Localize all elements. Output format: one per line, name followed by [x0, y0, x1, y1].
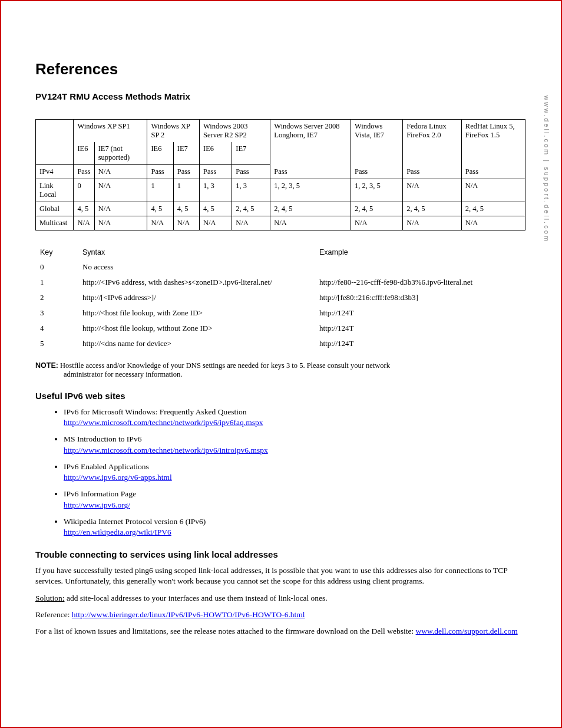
col-fedora: Fedora Linux FireFox 2.0: [403, 120, 462, 165]
link-title: IPv6 Information Page: [64, 489, 136, 498]
trouble-reference: Reference: http://www.bieringer.de/linux…: [35, 610, 525, 620]
trouble-para-3: For a list of known issues and limitatio…: [35, 626, 525, 637]
sidebar-url: www.dell.com | support.dell.com: [543, 95, 550, 243]
external-link[interactable]: http://www.ipv6.org/: [64, 500, 130, 509]
note-label: NOTE:: [35, 361, 58, 370]
matrix-cell: N/A: [74, 216, 94, 230]
matrix-cell: Pass: [461, 165, 525, 179]
trouble-para-1: If you have successfully tested ping6 us…: [35, 565, 525, 587]
matrix-cell: 4, 5: [173, 202, 199, 216]
matrix-cell: 2, 4, 5: [461, 202, 525, 216]
matrix-cell: Pass: [403, 165, 462, 179]
external-link[interactable]: http://www.ipv6.org/v6-apps.html: [64, 473, 172, 482]
matrix-cell: N/A: [200, 216, 232, 230]
matrix-cell: Pass: [270, 165, 351, 179]
matrix-cell: N/A: [232, 216, 270, 230]
matrix-cell: 1, 2, 3, 5: [270, 179, 351, 202]
matrix-cell: 0: [74, 179, 94, 202]
matrix-cell: Pass: [351, 165, 403, 179]
matrix-cell: N/A: [403, 179, 462, 202]
external-link[interactable]: http://en.wikipedia.org/wiki/IPV6: [64, 528, 171, 536]
dell-support-link[interactable]: www.dell.com/support.dell.com: [416, 627, 518, 635]
link-item: IPv6 Information Pagehttp://www.ipv6.org…: [64, 489, 525, 510]
col-winxpsp2: Windows XP SP 2: [147, 120, 200, 143]
matrix-cell: 4, 5: [147, 202, 173, 216]
row-label: Link Local: [36, 179, 74, 202]
matrix-cell: N/A: [461, 216, 525, 230]
key-num: 4: [37, 321, 78, 335]
key-syntax: http://<IPv6 address, with dashes>s<zone…: [79, 275, 315, 289]
matrix-cell: N/A: [461, 179, 525, 202]
matrix-cell: 2, 4, 5: [403, 202, 462, 216]
useful-links-list: IPv6 for Microsoft Windows: Frequently A…: [64, 407, 525, 538]
key-num: 2: [37, 291, 78, 305]
subcol: IE6: [200, 142, 232, 165]
matrix-cell: Pass: [147, 165, 173, 179]
p3-text: For a list of known issues and limitatio…: [35, 627, 416, 635]
note: NOTE: Hostfile access and/or Knowledge o…: [35, 361, 525, 379]
reference-label: Reference:: [35, 610, 72, 619]
col-vista: Windows Vista, IE7: [351, 120, 403, 165]
matrix-cell: 1, 3: [232, 179, 270, 202]
key-num: 5: [37, 337, 78, 351]
matrix-cell: 1: [173, 179, 199, 202]
matrix-cell: N/A: [173, 216, 199, 230]
solution-label: Solution:: [35, 594, 65, 602]
link-item: MS Introduction to IPv6http://www.micros…: [64, 434, 525, 455]
key-syntax: http://<host file lookup, without Zone I…: [79, 321, 315, 335]
link-title: Wikipedia Internet Protocol version 6 (I…: [64, 517, 206, 526]
matrix-cell: 1, 3: [200, 179, 232, 202]
matrix-cell: N/A: [147, 216, 173, 230]
reference-link[interactable]: http://www.bieringer.de/linux/IPv6/IPv6-…: [72, 610, 305, 619]
matrix-cell: 1: [147, 179, 173, 202]
solution-text: add site-local addresses to your interfa…: [65, 594, 328, 602]
syntax-header: Syntax: [79, 246, 315, 259]
note-text: Hostfile access and/or Knowledge of your…: [60, 361, 390, 370]
subcol: IE6: [147, 142, 173, 165]
key-num: 1: [37, 275, 78, 289]
matrix-cell: 2, 4, 5: [270, 202, 351, 216]
col-win2008: Windows Server 2008 Longhorn, IE7: [270, 120, 351, 165]
key-example: http://124T: [316, 321, 524, 335]
matrix-cell: N/A: [94, 216, 147, 230]
key-table: Key Syntax Example 0No access1http://<IP…: [35, 245, 525, 352]
external-link[interactable]: http://www.microsoft.com/technet/network…: [64, 446, 268, 454]
key-syntax: http://<dns name for device>: [79, 337, 315, 351]
key-num: 0: [37, 260, 78, 274]
matrix-cell: N/A: [351, 216, 403, 230]
matrix-cell: 4, 5: [200, 202, 232, 216]
note-text-2: administrator for necessary information.: [35, 370, 525, 379]
matrix-cell: N/A: [94, 165, 147, 179]
col-win2003: Windows 2003 Server R2 SP2: [200, 120, 270, 143]
subcol: IE7: [173, 142, 199, 165]
row-label: Global: [36, 202, 74, 216]
matrix-cell: Pass: [74, 165, 94, 179]
matrix-cell: N/A: [270, 216, 351, 230]
matrix-cell: 2, 4, 5: [232, 202, 270, 216]
subcol: IE7: [232, 142, 270, 165]
external-link[interactable]: http://www.microsoft.com/technet/network…: [64, 418, 263, 427]
key-syntax: http://[<IPv6 address>]/: [79, 291, 315, 305]
example-header: Example: [316, 246, 524, 259]
heading-references: References: [35, 60, 525, 78]
matrix-cell: 4, 5: [74, 202, 94, 216]
matrix-cell: 2, 4, 5: [351, 202, 403, 216]
col-redhat: RedHat Linux 5, FireFox 1.5: [461, 120, 525, 165]
link-title: IPv6 for Microsoft Windows: Frequently A…: [64, 407, 246, 416]
trouble-solution: Solution: add site-local addresses to yo…: [35, 593, 525, 604]
key-syntax: No access: [79, 260, 315, 274]
key-example: [316, 260, 524, 274]
matrix-cell: Pass: [173, 165, 199, 179]
heading-useful-sites: Useful IPv6 web sites: [35, 391, 525, 401]
matrix-cell: N/A: [94, 202, 147, 216]
key-example: http://[fe80::216:cfff:fe98:d3b3]: [316, 291, 524, 305]
heading-matrix: PV124T RMU Access Methods Matrix: [35, 91, 525, 101]
link-item: IPv6 Enabled Applicationshttp://www.ipv6…: [64, 462, 525, 483]
matrix-cell: N/A: [403, 216, 462, 230]
page-content: References PV124T RMU Access Methods Mat…: [1, 1, 561, 666]
row-label: Multicast: [36, 216, 74, 230]
link-title: MS Introduction to IPv6: [64, 434, 141, 443]
access-matrix-table: Windows XP SP1 Windows XP SP 2 Windows 2…: [35, 119, 525, 230]
row-label: IPv4: [36, 165, 74, 179]
subcol: IE6: [74, 142, 94, 165]
